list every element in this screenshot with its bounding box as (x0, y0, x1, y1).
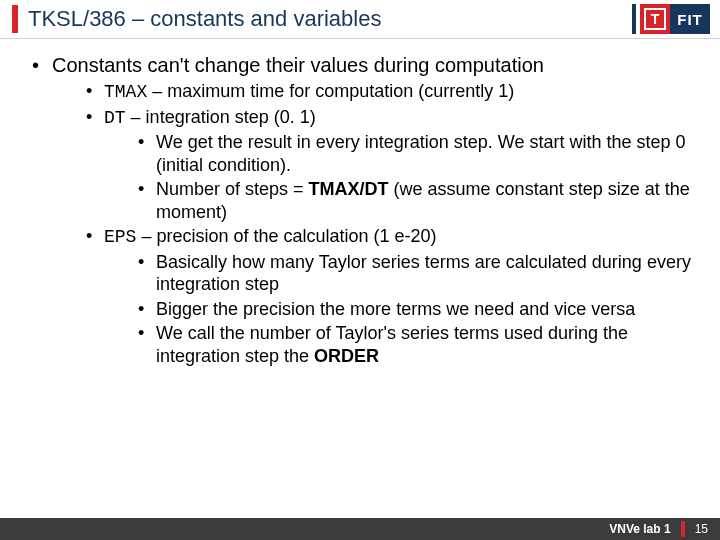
brand-divider (632, 4, 636, 34)
slide-body: Constants can't change their values duri… (0, 39, 720, 367)
bullet-dt-steps: Number of steps = TMAX/DT (we assume con… (138, 178, 696, 223)
heading-text: Constants can't change their values duri… (52, 54, 544, 76)
bullet-eps-taylor: Basically how many Taylor series terms a… (138, 251, 696, 296)
bullet-eps: EPS – precision of the calculation (1 e-… (86, 225, 696, 367)
order-word: ORDER (314, 346, 379, 366)
bullet-tmax: TMAX – maximum time for computation (cur… (86, 80, 696, 104)
bullet-eps-precision: Bigger the precision the more terms we n… (138, 298, 696, 321)
tmax-text: – maximum time for computation (currentl… (147, 81, 514, 101)
title-bar: TKSL/386 – constants and variables (0, 0, 720, 39)
brand-logo: T FIT (640, 4, 710, 34)
eps-text: – precision of the calculation (1 e-20) (136, 226, 436, 246)
bullet-eps-order: We call the number of Taylor's series te… (138, 322, 696, 367)
footer-page: 15 (695, 522, 708, 536)
brand-t-letter: T (644, 8, 666, 30)
bullet-dt: DT – integration step (0. 1) We get the … (86, 106, 696, 224)
steps-formula: TMAX/DT (309, 179, 389, 199)
brand-t-icon: T (640, 4, 670, 34)
title-accent (12, 5, 18, 33)
dt-text: – integration step (0. 1) (126, 107, 316, 127)
bullet-dt-result: We get the result in every integration s… (138, 131, 696, 176)
slide-title: TKSL/386 – constants and variables (28, 6, 381, 32)
eps-code: EPS (104, 227, 136, 247)
tmax-code: TMAX (104, 82, 147, 102)
brand-fit-label: FIT (670, 4, 710, 34)
footer-separator (681, 521, 685, 537)
footer-lab: VNVe lab 1 (609, 522, 670, 536)
dt-code: DT (104, 108, 126, 128)
bullet-constants: Constants can't change their values duri… (32, 53, 696, 367)
footer-bar: VNVe lab 1 15 (0, 518, 720, 540)
